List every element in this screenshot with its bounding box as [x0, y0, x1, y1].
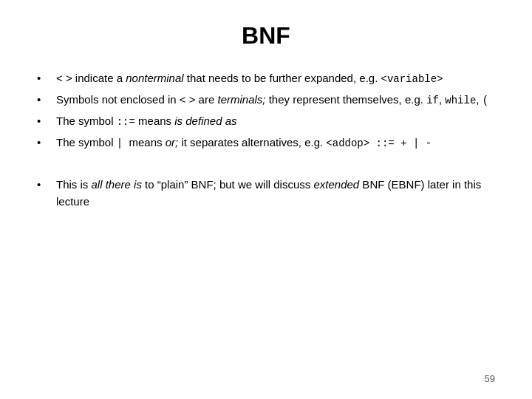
slide-content: • < > indicate a nonterminal that needs …	[37, 70, 495, 366]
bullet-text-5: This is all there is to “plain” BNF; but…	[56, 177, 495, 210]
bullet-item-5: • This is all there is to “plain” BNF; b…	[37, 177, 495, 210]
bullet-text-2: Symbols not enclosed in < > are terminal…	[56, 92, 495, 109]
nonterminal-italic: nonterminal	[126, 72, 183, 84]
bullet-dot-5: •	[37, 177, 52, 194]
terminals-italic: terminals;	[217, 93, 265, 106]
defined-symbol-code: ::=	[117, 116, 135, 128]
defined-as-italic: is defined as	[174, 115, 236, 127]
or-italic: or;	[166, 136, 179, 149]
if-code: if	[426, 95, 439, 106]
all-there-is-italic: all there is	[92, 178, 142, 191]
bullet-dot-3: •	[37, 113, 52, 130]
paren-code: (	[482, 95, 488, 106]
bullet-item-3: • The symbol ::= means is defined as	[37, 113, 495, 130]
page-number: 59	[37, 366, 495, 384]
extended-italic: extended	[313, 178, 359, 191]
while-code: while	[445, 95, 476, 106]
bullet-item-2: • Symbols not enclosed in < > are termin…	[37, 92, 495, 109]
bullet-item-4: • The symbol | means or; it separates al…	[37, 134, 495, 151]
bullet-dot-1: •	[37, 70, 52, 87]
bullet-group-main: • < > indicate a nonterminal that needs …	[37, 70, 495, 156]
variable-code: <variable>	[381, 73, 443, 85]
pipe-symbol-code: |	[117, 137, 129, 149]
bullet-text-4: The symbol | means or; it separates alte…	[56, 134, 495, 151]
slide: BNF • < > indicate a nonterminal that ne…	[0, 0, 532, 399]
separator	[37, 168, 495, 177]
bullet-dot-4: •	[37, 134, 52, 151]
bullet-text-1: < > indicate a nonterminal that needs to…	[56, 70, 495, 87]
bullet-text-3: The symbol ::= means is defined as	[56, 113, 495, 130]
bullet-dot-2: •	[37, 92, 52, 109]
bullet-item-1: • < > indicate a nonterminal that needs …	[37, 70, 495, 87]
addop-code: <addop> ::= + | -	[326, 137, 432, 149]
slide-title: BNF	[37, 22, 495, 50]
